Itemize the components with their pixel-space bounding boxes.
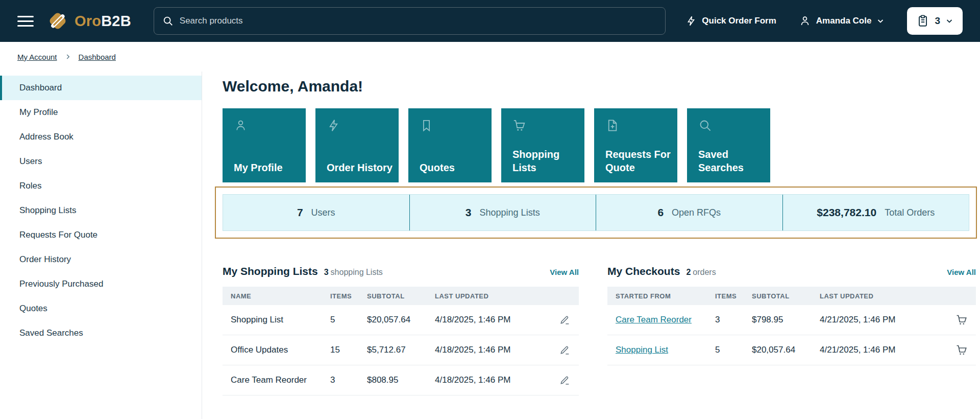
breadcrumb-link-dashboard[interactable]: Dashboard — [79, 53, 116, 61]
breadcrumb: My Account Dashboard — [0, 42, 980, 72]
my-checkouts-section: My Checkouts 2orders View All STARTED FR… — [607, 265, 976, 395]
shopping-lists-table: NAME ITEMS SUBTOTAL LAST UPDATED Shoppin… — [223, 287, 579, 395]
brand-name: OroB2B — [75, 13, 131, 30]
search-input[interactable] — [180, 16, 657, 26]
section-count: 3shopping Lists — [324, 268, 383, 277]
stats-highlight-outline: 7 Users 3 Shopping Lists 6 Open RFQs $23… — [215, 187, 977, 239]
sidebar-item-requests-for-quote[interactable]: Requests For Quote — [0, 223, 202, 247]
sidebar-item-roles[interactable]: Roles — [0, 174, 202, 198]
table-header-row: NAME ITEMS SUBTOTAL LAST UPDATED — [223, 287, 579, 305]
quick-order-form-link[interactable]: Quick Order Form — [685, 15, 776, 27]
resume-checkout-button[interactable] — [955, 314, 968, 326]
stat-label: Shopping Lists — [480, 207, 540, 218]
page-title: Welcome, Amanda! — [223, 78, 976, 95]
col-subtotal: SUBTOTAL — [752, 292, 820, 300]
quick-order-form-label: Quick Order Form — [702, 16, 776, 26]
table-row: Shopping List 5 $20,057.64 4/21/2025, 1:… — [607, 335, 976, 365]
list-name: Care Team Reorder — [231, 375, 330, 385]
list-name: Office Updates — [231, 345, 330, 355]
checkout-subtotal: $20,057.64 — [752, 345, 820, 355]
checkout-source-link[interactable]: Shopping List — [616, 345, 715, 355]
checkouts-table: STARTED FROM ITEMS SUBTOTAL LAST UPDATED… — [607, 287, 976, 365]
col-started-from: STARTED FROM — [616, 292, 715, 300]
oro-diamond-icon — [46, 9, 69, 33]
lightning-icon — [685, 15, 697, 27]
account-stats-panel: 7 Users 3 Shopping Lists 6 Open RFQs $23… — [223, 194, 969, 231]
sidebar-item-previously-purchased[interactable]: Previously Purchased — [0, 272, 202, 296]
table-row: Care Team Reorder 3 $798.95 4/21/2025, 1… — [607, 305, 976, 335]
sidebar-item-address-book[interactable]: Address Book — [0, 125, 202, 149]
file-plus-icon — [605, 119, 671, 132]
tile-my-profile[interactable]: My Profile — [223, 108, 306, 182]
sidebar-item-my-profile[interactable]: My Profile — [0, 100, 202, 125]
cart-icon — [955, 344, 968, 356]
col-last-updated: LAST UPDATED — [820, 292, 945, 300]
quick-access-tiles: My Profile Order History Quotes — [223, 108, 976, 182]
stat-value: 3 — [465, 206, 472, 219]
stat-shopping-lists: 3 Shopping Lists — [409, 195, 596, 230]
tile-shopping-lists[interactable]: Shopping Lists — [501, 108, 584, 182]
sidebar-item-shopping-lists[interactable]: Shopping Lists — [0, 198, 202, 223]
tile-label: Quotes — [420, 161, 485, 174]
edit-button[interactable] — [559, 344, 571, 356]
sidebar-item-saved-searches[interactable]: Saved Searches — [0, 321, 202, 345]
table-row: Care Team Reorder 3 $808.95 4/18/2025, 1… — [223, 365, 579, 395]
chevron-right-icon — [64, 53, 71, 60]
tile-order-history[interactable]: Order History — [315, 108, 399, 182]
tile-saved-searches[interactable]: Saved Searches — [687, 108, 770, 182]
resume-checkout-button[interactable] — [955, 344, 968, 356]
account-sidebar: Dashboard My Profile Address Book Users … — [0, 72, 202, 419]
edit-button[interactable] — [559, 375, 571, 386]
user-name: Amanda Cole — [816, 16, 872, 26]
chevron-down-icon — [945, 17, 953, 25]
search-icon — [698, 119, 764, 132]
person-icon — [234, 119, 300, 132]
checkout-source-link[interactable]: Care Team Reorder — [616, 315, 715, 325]
tile-requests-for-quote[interactable]: Requests For Quote — [594, 108, 677, 182]
clipboard-icon — [916, 14, 929, 28]
list-items: 5 — [330, 315, 367, 325]
checkout-items: 5 — [715, 345, 752, 355]
user-menu[interactable]: Amanda Cole — [799, 15, 885, 27]
tile-quotes[interactable]: Quotes — [408, 108, 492, 182]
top-header: OroB2B Quick Order Form Am — [0, 0, 980, 42]
search-bar[interactable] — [154, 7, 666, 35]
section-title: My Checkouts — [607, 265, 680, 277]
sidebar-item-users[interactable]: Users — [0, 149, 202, 174]
view-all-shopping-lists-link[interactable]: View All — [550, 268, 579, 276]
stat-value: $238,782.10 — [817, 206, 876, 219]
stat-value: 6 — [657, 206, 664, 219]
col-last-updated: LAST UPDATED — [435, 292, 548, 300]
cart-count: 3 — [935, 15, 940, 27]
cart-icon — [955, 314, 968, 326]
list-name: Shopping List — [231, 315, 330, 325]
bookmark-icon — [420, 119, 485, 132]
list-items: 3 — [330, 375, 367, 385]
stat-label: Users — [311, 207, 335, 218]
col-items: ITEMS — [715, 292, 752, 300]
shopping-list-dropdown-button[interactable]: 3 — [907, 7, 963, 35]
table-header-row: STARTED FROM ITEMS SUBTOTAL LAST UPDATED — [607, 287, 976, 305]
view-all-checkouts-link[interactable]: View All — [947, 268, 976, 276]
sidebar-item-quotes[interactable]: Quotes — [0, 296, 202, 321]
search-icon — [162, 15, 174, 27]
stat-open-rfqs: 6 Open RFQs — [596, 195, 782, 230]
tile-label: My Profile — [234, 161, 300, 174]
brand-logo[interactable]: OroB2B — [46, 9, 131, 33]
tile-label: Saved Searches — [698, 148, 764, 174]
checkout-updated: 4/21/2025, 1:46 PM — [820, 315, 945, 325]
checkout-items: 3 — [715, 315, 752, 325]
my-shopping-lists-section: My Shopping Lists 3shopping Lists View A… — [223, 265, 579, 395]
tile-label: Order History — [327, 161, 393, 174]
stat-label: Total Orders — [885, 207, 935, 218]
sidebar-item-dashboard[interactable]: Dashboard — [0, 76, 202, 100]
list-updated: 4/18/2025, 1:46 PM — [435, 315, 548, 325]
breadcrumb-link-my-account[interactable]: My Account — [17, 53, 57, 61]
list-items: 15 — [330, 345, 367, 355]
hamburger-menu-icon[interactable] — [17, 16, 34, 27]
pencil-icon — [559, 314, 571, 325]
lightning-icon — [327, 119, 393, 132]
sidebar-item-order-history[interactable]: Order History — [0, 247, 202, 272]
checkout-subtotal: $798.95 — [752, 315, 820, 325]
edit-button[interactable] — [559, 314, 571, 325]
